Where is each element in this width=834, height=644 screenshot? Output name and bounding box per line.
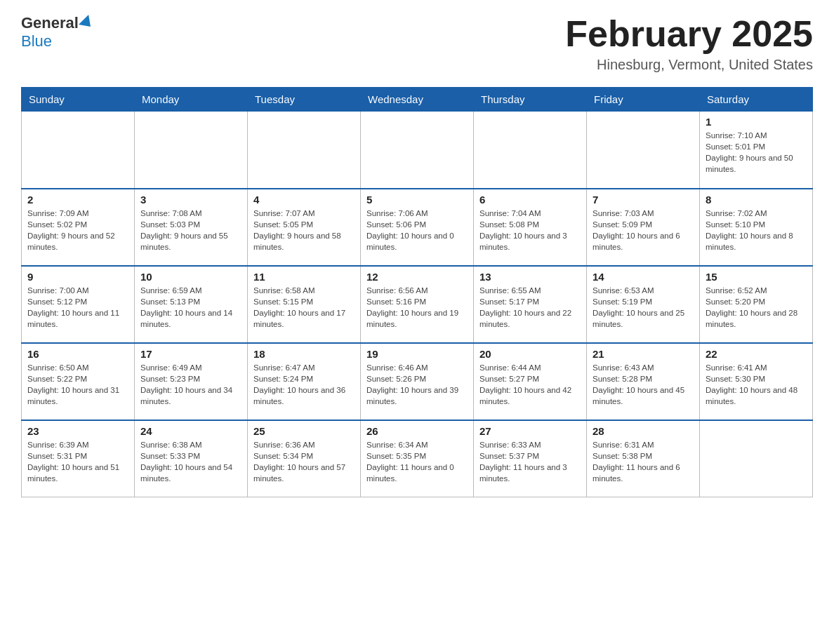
day-info: Sunrise: 6:59 AMSunset: 5:13 PMDaylight:… — [140, 285, 241, 330]
day-info: Sunrise: 6:41 AMSunset: 5:30 PMDaylight:… — [706, 362, 807, 407]
day-number: 27 — [479, 425, 581, 437]
day-info: Sunrise: 6:53 AMSunset: 5:19 PMDaylight:… — [593, 285, 694, 330]
day-info: Sunrise: 6:47 AMSunset: 5:24 PMDaylight:… — [253, 362, 355, 407]
calendar-week-4: 16Sunrise: 6:50 AMSunset: 5:22 PMDayligh… — [22, 343, 813, 420]
calendar-cell: 11Sunrise: 6:58 AMSunset: 5:15 PMDayligh… — [248, 266, 361, 343]
location-subtitle: Hinesburg, Vermont, United States — [565, 57, 813, 73]
calendar-cell: 14Sunrise: 6:53 AMSunset: 5:19 PMDayligh… — [587, 266, 700, 343]
calendar-header: SundayMondayTuesdayWednesdayThursdayFrid… — [22, 88, 813, 112]
calendar-cell: 20Sunrise: 6:44 AMSunset: 5:27 PMDayligh… — [474, 343, 587, 420]
weekday-header-monday: Monday — [135, 88, 248, 112]
day-info: Sunrise: 7:07 AMSunset: 5:05 PMDaylight:… — [253, 208, 355, 253]
calendar-week-3: 9Sunrise: 7:00 AMSunset: 5:12 PMDaylight… — [22, 266, 813, 343]
day-number: 8 — [706, 194, 807, 206]
calendar-cell: 3Sunrise: 7:08 AMSunset: 5:03 PMDaylight… — [135, 189, 248, 266]
calendar-cell — [248, 112, 361, 189]
day-number: 23 — [27, 425, 128, 437]
calendar-cell — [700, 420, 813, 497]
calendar-cell: 2Sunrise: 7:09 AMSunset: 5:02 PMDaylight… — [22, 189, 135, 266]
day-info: Sunrise: 6:52 AMSunset: 5:20 PMDaylight:… — [706, 285, 807, 330]
day-info: Sunrise: 6:55 AMSunset: 5:17 PMDaylight:… — [479, 285, 581, 330]
day-number: 16 — [27, 348, 128, 360]
month-title: February 2025 — [565, 14, 813, 54]
day-number: 7 — [593, 194, 694, 206]
weekday-header-sunday: Sunday — [22, 88, 135, 112]
calendar-cell — [587, 112, 700, 189]
calendar-cell: 15Sunrise: 6:52 AMSunset: 5:20 PMDayligh… — [700, 266, 813, 343]
calendar-table: SundayMondayTuesdayWednesdayThursdayFrid… — [21, 87, 813, 497]
calendar-cell: 1Sunrise: 7:10 AMSunset: 5:01 PMDaylight… — [700, 112, 813, 189]
weekday-header-tuesday: Tuesday — [248, 88, 361, 112]
logo-arrow-icon — [79, 15, 95, 32]
calendar-cell: 22Sunrise: 6:41 AMSunset: 5:30 PMDayligh… — [700, 343, 813, 420]
day-number: 22 — [706, 348, 807, 360]
day-number: 24 — [140, 425, 241, 437]
day-info: Sunrise: 6:31 AMSunset: 5:38 PMDaylight:… — [593, 439, 694, 484]
day-number: 21 — [593, 348, 694, 360]
day-number: 14 — [593, 271, 694, 283]
calendar-cell: 8Sunrise: 7:02 AMSunset: 5:10 PMDaylight… — [700, 189, 813, 266]
calendar-cell: 27Sunrise: 6:33 AMSunset: 5:37 PMDayligh… — [474, 420, 587, 497]
calendar-cell: 12Sunrise: 6:56 AMSunset: 5:16 PMDayligh… — [361, 266, 474, 343]
calendar-cell: 24Sunrise: 6:38 AMSunset: 5:33 PMDayligh… — [135, 420, 248, 497]
calendar-cell: 16Sunrise: 6:50 AMSunset: 5:22 PMDayligh… — [22, 343, 135, 420]
day-info: Sunrise: 7:00 AMSunset: 5:12 PMDaylight:… — [27, 285, 128, 330]
day-number: 18 — [253, 348, 355, 360]
day-info: Sunrise: 6:56 AMSunset: 5:16 PMDaylight:… — [366, 285, 468, 330]
calendar-cell: 7Sunrise: 7:03 AMSunset: 5:09 PMDaylight… — [587, 189, 700, 266]
day-number: 4 — [253, 194, 355, 206]
day-info: Sunrise: 7:02 AMSunset: 5:10 PMDaylight:… — [706, 208, 807, 253]
day-number: 1 — [706, 116, 807, 128]
day-info: Sunrise: 7:09 AMSunset: 5:02 PMDaylight:… — [27, 208, 128, 253]
day-number: 3 — [140, 194, 241, 206]
calendar-cell: 18Sunrise: 6:47 AMSunset: 5:24 PMDayligh… — [248, 343, 361, 420]
weekday-header-wednesday: Wednesday — [361, 88, 474, 112]
day-number: 19 — [366, 348, 468, 360]
day-number: 17 — [140, 348, 241, 360]
calendar-cell — [361, 112, 474, 189]
day-info: Sunrise: 6:43 AMSunset: 5:28 PMDaylight:… — [593, 362, 694, 407]
day-info: Sunrise: 6:36 AMSunset: 5:34 PMDaylight:… — [253, 439, 355, 484]
day-number: 28 — [593, 425, 694, 437]
day-info: Sunrise: 6:38 AMSunset: 5:33 PMDaylight:… — [140, 439, 241, 484]
day-number: 20 — [479, 348, 581, 360]
day-number: 10 — [140, 271, 241, 283]
weekday-header-saturday: Saturday — [700, 88, 813, 112]
logo-general-text: General — [21, 14, 79, 32]
day-info: Sunrise: 6:34 AMSunset: 5:35 PMDaylight:… — [366, 439, 468, 484]
day-info: Sunrise: 6:49 AMSunset: 5:23 PMDaylight:… — [140, 362, 241, 407]
day-info: Sunrise: 6:46 AMSunset: 5:26 PMDaylight:… — [366, 362, 468, 407]
calendar-cell: 25Sunrise: 6:36 AMSunset: 5:34 PMDayligh… — [248, 420, 361, 497]
day-info: Sunrise: 6:44 AMSunset: 5:27 PMDaylight:… — [479, 362, 581, 407]
day-info: Sunrise: 7:03 AMSunset: 5:09 PMDaylight:… — [593, 208, 694, 253]
calendar-cell: 28Sunrise: 6:31 AMSunset: 5:38 PMDayligh… — [587, 420, 700, 497]
weekday-header-friday: Friday — [587, 88, 700, 112]
calendar-cell — [474, 112, 587, 189]
calendar-cell: 17Sunrise: 6:49 AMSunset: 5:23 PMDayligh… — [135, 343, 248, 420]
day-number: 25 — [253, 425, 355, 437]
calendar-cell: 10Sunrise: 6:59 AMSunset: 5:13 PMDayligh… — [135, 266, 248, 343]
day-info: Sunrise: 6:33 AMSunset: 5:37 PMDaylight:… — [479, 439, 581, 484]
calendar-cell: 21Sunrise: 6:43 AMSunset: 5:28 PMDayligh… — [587, 343, 700, 420]
day-info: Sunrise: 6:50 AMSunset: 5:22 PMDaylight:… — [27, 362, 128, 407]
day-info: Sunrise: 7:08 AMSunset: 5:03 PMDaylight:… — [140, 208, 241, 253]
calendar-week-5: 23Sunrise: 6:39 AMSunset: 5:31 PMDayligh… — [22, 420, 813, 497]
day-number: 11 — [253, 271, 355, 283]
page-header: General Blue February 2025 Hinesburg, Ve… — [21, 14, 813, 73]
day-info: Sunrise: 7:06 AMSunset: 5:06 PMDaylight:… — [366, 208, 468, 253]
logo-blue-text: Blue — [21, 32, 52, 50]
calendar-cell: 23Sunrise: 6:39 AMSunset: 5:31 PMDayligh… — [22, 420, 135, 497]
day-info: Sunrise: 6:39 AMSunset: 5:31 PMDaylight:… — [27, 439, 128, 484]
day-number: 13 — [479, 271, 581, 283]
calendar-cell: 5Sunrise: 7:06 AMSunset: 5:06 PMDaylight… — [361, 189, 474, 266]
logo: General Blue — [21, 14, 95, 51]
calendar-cell: 6Sunrise: 7:04 AMSunset: 5:08 PMDaylight… — [474, 189, 587, 266]
calendar-cell: 26Sunrise: 6:34 AMSunset: 5:35 PMDayligh… — [361, 420, 474, 497]
calendar-cell: 4Sunrise: 7:07 AMSunset: 5:05 PMDaylight… — [248, 189, 361, 266]
day-number: 2 — [27, 194, 128, 206]
day-info: Sunrise: 7:10 AMSunset: 5:01 PMDaylight:… — [706, 130, 807, 175]
calendar-week-2: 2Sunrise: 7:09 AMSunset: 5:02 PMDaylight… — [22, 189, 813, 266]
day-number: 9 — [27, 271, 128, 283]
calendar-cell — [135, 112, 248, 189]
day-number: 6 — [479, 194, 581, 206]
